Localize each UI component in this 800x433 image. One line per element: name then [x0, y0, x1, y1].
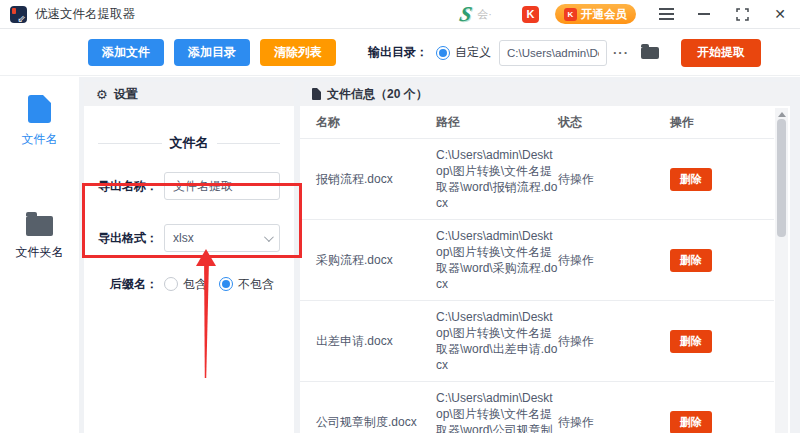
sidebar-item-foldername[interactable]: 文件夹名 — [0, 148, 79, 261]
settings-header-label: 设置 — [114, 86, 138, 103]
scrollbar-thumb[interactable] — [777, 119, 786, 237]
maximize-icon — [736, 8, 749, 21]
hamburger-icon — [659, 8, 674, 20]
app-window: 优速文件名提取器 S 会· K K 开通会员 ✕ 添加文件 添加目录 清除列表 … — [0, 0, 800, 433]
file-info-header: 文件信息（20 个） — [300, 82, 790, 106]
suffix-label: 后缀名： — [84, 276, 158, 293]
suffix-exclude-radio[interactable]: 不包含 — [219, 276, 274, 293]
table-row: 公司规章制度.docx C:\Users\admin\Desktop\图片转换\… — [300, 381, 774, 433]
column-status: 状态 — [558, 114, 654, 131]
close-button[interactable]: ✕ — [772, 6, 788, 22]
sidebar: 文件名 文件夹名 — [0, 77, 79, 433]
export-name-input[interactable] — [164, 172, 280, 200]
table-row: 报销流程.docx C:\Users\admin\Desktop\图片转换\文件… — [300, 138, 774, 219]
file-name: 出差申请.docx — [316, 333, 420, 350]
suffix-exclude-label: 不包含 — [238, 276, 274, 293]
custom-dir-radio-label: 自定义 — [455, 44, 491, 61]
file-path: C:\Users\admin\Desktop\图片转换\文件名提取器\word\… — [436, 147, 558, 211]
custom-dir-radio[interactable]: 自定义 — [436, 44, 491, 61]
open-vip-button[interactable]: K 开通会员 — [555, 4, 636, 24]
add-file-button[interactable]: 添加文件 — [88, 39, 164, 66]
title-bar: 优速文件名提取器 S 会· K K 开通会员 ✕ — [0, 0, 800, 29]
sidebar-item-label: 文件名 — [22, 131, 58, 148]
settings-body: 文件名 导出名称： 导出格式： xlsx 后缀名： — [84, 106, 294, 298]
member-faint-text: 会· — [477, 7, 492, 22]
scrollbar[interactable] — [775, 108, 788, 433]
table-header: 名称 路径 状态 操作 — [300, 106, 774, 138]
radio-selected-icon — [436, 46, 450, 60]
start-extract-button[interactable]: 开始提取 — [681, 39, 761, 67]
app-logo-icon — [10, 6, 27, 23]
status-text: 待操作 — [558, 171, 654, 188]
s-brand-icon[interactable]: S — [457, 2, 474, 27]
toolbar: 添加文件 添加目录 清除列表 输出目录： 自定义 ··· 开始提取 — [0, 30, 800, 76]
status-text: 待操作 — [558, 252, 654, 269]
radio-unselected-icon — [164, 277, 178, 291]
delete-button[interactable]: 删除 — [670, 168, 712, 191]
add-directory-button[interactable]: 添加目录 — [174, 39, 250, 66]
suffix-row: 后缀名： 包含 不包含 — [84, 270, 294, 298]
suffix-include-radio[interactable]: 包含 — [164, 276, 207, 293]
suffix-include-label: 包含 — [183, 276, 207, 293]
column-action: 操作 — [654, 114, 774, 131]
export-format-label: 导出格式： — [84, 230, 158, 247]
column-path: 路径 — [436, 114, 558, 131]
export-format-value: xlsx — [173, 231, 194, 245]
section-title: 文件名 — [98, 134, 280, 152]
sidebar-item-label: 文件夹名 — [16, 244, 64, 261]
file-info-panel: 文件信息（20 个） 名称 路径 状态 操作 报销流程.docx C:\User… — [300, 82, 790, 433]
sidebar-item-filename[interactable]: 文件名 — [0, 77, 79, 148]
file-name: 报销流程.docx — [316, 171, 420, 188]
document-icon — [28, 95, 51, 123]
open-folder-icon[interactable] — [641, 47, 659, 59]
folder-icon — [26, 216, 53, 236]
status-text: 待操作 — [558, 333, 654, 350]
delete-button[interactable]: 删除 — [670, 411, 712, 433]
export-name-row: 导出名称： — [84, 172, 294, 200]
file-name: 公司规章制度.docx — [316, 414, 420, 430]
window-title: 优速文件名提取器 — [35, 6, 135, 23]
settings-header: ⚙ 设置 — [84, 82, 294, 106]
chevron-down-icon — [264, 232, 274, 242]
file-path: C:\Users\admin\Desktop\图片转换\文件名提取器\word\… — [436, 390, 558, 433]
table-row: 出差申请.docx C:\Users\admin\Desktop\图片转换\文件… — [300, 300, 774, 381]
gear-icon: ⚙ — [96, 87, 108, 102]
column-name: 名称 — [316, 114, 420, 131]
main-area: 文件名 文件夹名 ⚙ 设置 文件名 导出名称： — [0, 77, 800, 433]
output-dir-label: 输出目录： — [368, 44, 428, 61]
maximize-button[interactable] — [734, 6, 750, 22]
export-name-label: 导出名称： — [84, 178, 158, 195]
section-title-text: 文件名 — [170, 134, 209, 152]
file-path: C:\Users\admin\Desktop\图片转换\文件名提取器\word\… — [436, 228, 558, 292]
open-vip-label: 开通会员 — [581, 7, 627, 22]
browse-more-button[interactable]: ··· — [613, 45, 629, 60]
status-text: 待操作 — [558, 414, 654, 431]
minimize-button[interactable] — [696, 6, 712, 22]
file-name: 采购流程.docx — [316, 252, 420, 269]
menu-button[interactable] — [658, 6, 674, 22]
vip-badge-icon[interactable]: K — [522, 6, 539, 23]
export-format-select[interactable]: xlsx — [164, 224, 280, 252]
minimize-icon — [698, 13, 710, 15]
clear-list-button[interactable]: 清除列表 — [260, 39, 336, 66]
vip-badge-icon: K — [564, 8, 577, 21]
table-row: 采购流程.docx C:\Users\admin\Desktop\图片转换\文件… — [300, 219, 774, 300]
radio-selected-icon — [219, 277, 233, 291]
file-info-header-label: 文件信息（20 个） — [327, 86, 428, 103]
output-path-input[interactable] — [499, 40, 607, 66]
settings-panel: ⚙ 设置 文件名 导出名称： 导出格式： xlsx — [84, 82, 294, 433]
file-path: C:\Users\admin\Desktop\图片转换\文件名提取器\word\… — [436, 309, 558, 373]
delete-button[interactable]: 删除 — [670, 249, 712, 272]
scroll-up-icon[interactable] — [778, 112, 786, 117]
table-body: 报销流程.docx C:\Users\admin\Desktop\图片转换\文件… — [300, 138, 774, 433]
delete-button[interactable]: 删除 — [670, 330, 712, 353]
close-icon: ✕ — [774, 7, 786, 21]
file-list-icon — [312, 88, 321, 100]
export-format-row: 导出格式： xlsx — [84, 224, 294, 252]
